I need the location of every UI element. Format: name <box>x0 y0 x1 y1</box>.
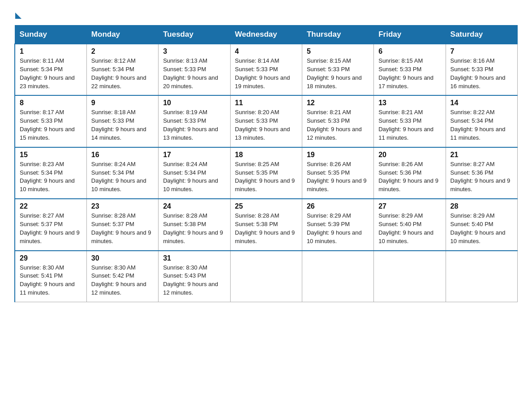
day-info: Sunrise: 8:29 AMSunset: 5:40 PMDaylight:… <box>378 212 433 244</box>
day-info: Sunrise: 8:28 AMSunset: 5:38 PMDaylight:… <box>235 212 295 244</box>
calendar-cell <box>302 251 373 302</box>
day-info: Sunrise: 8:13 AMSunset: 5:33 PMDaylight:… <box>163 57 218 90</box>
day-info: Sunrise: 8:24 AMSunset: 5:34 PMDaylight:… <box>163 161 218 193</box>
day-number: 11 <box>235 99 297 107</box>
day-info: Sunrise: 8:16 AMSunset: 5:33 PMDaylight:… <box>450 57 506 90</box>
col-header-thursday: Thursday <box>302 26 373 44</box>
day-number: 23 <box>91 202 154 210</box>
calendar-cell: 27Sunrise: 8:29 AMSunset: 5:40 PMDayligh… <box>374 199 446 250</box>
day-info: Sunrise: 8:27 AMSunset: 5:37 PMDaylight:… <box>20 212 80 244</box>
calendar-cell: 5Sunrise: 8:15 AMSunset: 5:33 PMDaylight… <box>302 44 373 95</box>
calendar-week-row: 29Sunrise: 8:30 AMSunset: 5:41 PMDayligh… <box>15 251 518 302</box>
day-number: 9 <box>91 99 154 107</box>
calendar-cell: 15Sunrise: 8:23 AMSunset: 5:34 PMDayligh… <box>15 147 86 199</box>
day-number: 10 <box>163 99 225 107</box>
calendar-cell <box>230 251 302 302</box>
day-info: Sunrise: 8:28 AMSunset: 5:38 PMDaylight:… <box>163 212 223 244</box>
calendar-cell: 10Sunrise: 8:19 AMSunset: 5:33 PMDayligh… <box>159 95 230 147</box>
col-header-friday: Friday <box>374 26 446 44</box>
day-number: 12 <box>307 99 369 107</box>
day-number: 18 <box>235 151 297 159</box>
calendar-cell: 1Sunrise: 8:11 AMSunset: 5:34 PMDaylight… <box>15 44 86 95</box>
calendar-cell: 19Sunrise: 8:26 AMSunset: 5:35 PMDayligh… <box>302 147 373 199</box>
day-number: 15 <box>20 151 82 159</box>
day-number: 17 <box>163 151 225 159</box>
calendar-cell: 14Sunrise: 8:22 AMSunset: 5:34 PMDayligh… <box>446 95 517 147</box>
col-header-sunday: Sunday <box>15 26 86 44</box>
day-info: Sunrise: 8:26 AMSunset: 5:36 PMDaylight:… <box>378 161 438 193</box>
day-number: 14 <box>450 99 513 107</box>
day-info: Sunrise: 8:25 AMSunset: 5:35 PMDaylight:… <box>235 161 295 193</box>
day-number: 4 <box>235 47 297 56</box>
col-header-tuesday: Tuesday <box>159 26 230 44</box>
calendar-week-row: 22Sunrise: 8:27 AMSunset: 5:37 PMDayligh… <box>15 199 518 250</box>
day-info: Sunrise: 8:22 AMSunset: 5:34 PMDaylight:… <box>450 109 506 141</box>
day-info: Sunrise: 8:30 AMSunset: 5:42 PMDaylight:… <box>91 264 146 296</box>
day-number: 27 <box>378 202 441 210</box>
calendar-cell: 28Sunrise: 8:29 AMSunset: 5:40 PMDayligh… <box>446 199 517 250</box>
calendar-header-row: SundayMondayTuesdayWednesdayThursdayFrid… <box>15 26 518 44</box>
day-number: 1 <box>20 47 82 56</box>
col-header-saturday: Saturday <box>446 26 517 44</box>
calendar-cell: 3Sunrise: 8:13 AMSunset: 5:33 PMDaylight… <box>159 44 230 95</box>
calendar-cell <box>446 251 517 302</box>
calendar-cell: 8Sunrise: 8:17 AMSunset: 5:33 PMDaylight… <box>15 95 86 147</box>
day-info: Sunrise: 8:24 AMSunset: 5:34 PMDaylight:… <box>91 161 146 193</box>
calendar-cell: 6Sunrise: 8:15 AMSunset: 5:33 PMDaylight… <box>374 44 446 95</box>
day-info: Sunrise: 8:30 AMSunset: 5:41 PMDaylight:… <box>20 264 75 296</box>
day-number: 20 <box>378 151 441 159</box>
day-info: Sunrise: 8:19 AMSunset: 5:33 PMDaylight:… <box>163 109 218 141</box>
calendar-cell: 22Sunrise: 8:27 AMSunset: 5:37 PMDayligh… <box>15 199 86 250</box>
calendar-cell: 9Sunrise: 8:18 AMSunset: 5:33 PMDaylight… <box>86 95 158 147</box>
day-info: Sunrise: 8:15 AMSunset: 5:33 PMDaylight:… <box>378 57 433 90</box>
day-info: Sunrise: 8:27 AMSunset: 5:36 PMDaylight:… <box>450 161 511 193</box>
col-header-monday: Monday <box>86 26 158 44</box>
day-number: 13 <box>378 99 441 107</box>
calendar-cell: 12Sunrise: 8:21 AMSunset: 5:33 PMDayligh… <box>302 95 373 147</box>
day-number: 21 <box>450 151 513 159</box>
calendar-cell: 24Sunrise: 8:28 AMSunset: 5:38 PMDayligh… <box>159 199 230 250</box>
calendar-cell: 23Sunrise: 8:28 AMSunset: 5:37 PMDayligh… <box>86 199 158 250</box>
day-info: Sunrise: 8:23 AMSunset: 5:34 PMDaylight:… <box>20 161 75 193</box>
calendar-cell <box>374 251 446 302</box>
calendar-cell: 18Sunrise: 8:25 AMSunset: 5:35 PMDayligh… <box>230 147 302 199</box>
day-info: Sunrise: 8:28 AMSunset: 5:37 PMDaylight:… <box>91 212 151 244</box>
day-number: 7 <box>450 47 513 56</box>
page-header <box>14 11 518 17</box>
day-info: Sunrise: 8:26 AMSunset: 5:35 PMDaylight:… <box>307 161 367 193</box>
calendar-cell: 30Sunrise: 8:30 AMSunset: 5:42 PMDayligh… <box>86 251 158 302</box>
day-number: 16 <box>91 151 154 159</box>
calendar-cell: 2Sunrise: 8:12 AMSunset: 5:34 PMDaylight… <box>86 44 158 95</box>
calendar-week-row: 15Sunrise: 8:23 AMSunset: 5:34 PMDayligh… <box>15 147 518 199</box>
day-number: 24 <box>163 202 225 210</box>
day-number: 6 <box>378 47 441 56</box>
day-number: 26 <box>307 202 369 210</box>
calendar-cell: 31Sunrise: 8:30 AMSunset: 5:43 PMDayligh… <box>159 251 230 302</box>
day-number: 31 <box>163 254 225 262</box>
calendar-table: SundayMondayTuesdayWednesdayThursdayFrid… <box>14 25 518 302</box>
day-info: Sunrise: 8:15 AMSunset: 5:33 PMDaylight:… <box>307 57 362 90</box>
calendar-cell: 20Sunrise: 8:26 AMSunset: 5:36 PMDayligh… <box>374 147 446 199</box>
day-info: Sunrise: 8:11 AMSunset: 5:34 PMDaylight:… <box>20 57 75 90</box>
calendar-cell: 13Sunrise: 8:21 AMSunset: 5:33 PMDayligh… <box>374 95 446 147</box>
col-header-wednesday: Wednesday <box>230 26 302 44</box>
calendar-cell: 16Sunrise: 8:24 AMSunset: 5:34 PMDayligh… <box>86 147 158 199</box>
day-info: Sunrise: 8:20 AMSunset: 5:33 PMDaylight:… <box>235 109 290 141</box>
day-number: 8 <box>20 99 82 107</box>
day-info: Sunrise: 8:21 AMSunset: 5:33 PMDaylight:… <box>378 109 433 141</box>
calendar-cell: 29Sunrise: 8:30 AMSunset: 5:41 PMDayligh… <box>15 251 86 302</box>
calendar-week-row: 8Sunrise: 8:17 AMSunset: 5:33 PMDaylight… <box>15 95 518 147</box>
day-info: Sunrise: 8:18 AMSunset: 5:33 PMDaylight:… <box>91 109 146 141</box>
day-number: 2 <box>91 47 154 56</box>
logo-triangle-icon <box>15 13 21 19</box>
day-number: 22 <box>20 202 82 210</box>
calendar-cell: 7Sunrise: 8:16 AMSunset: 5:33 PMDaylight… <box>446 44 517 95</box>
calendar-cell: 11Sunrise: 8:20 AMSunset: 5:33 PMDayligh… <box>230 95 302 147</box>
day-number: 19 <box>307 151 369 159</box>
day-info: Sunrise: 8:29 AMSunset: 5:40 PMDaylight:… <box>450 212 506 244</box>
day-info: Sunrise: 8:12 AMSunset: 5:34 PMDaylight:… <box>91 57 146 90</box>
calendar-week-row: 1Sunrise: 8:11 AMSunset: 5:34 PMDaylight… <box>15 44 518 95</box>
calendar-cell: 4Sunrise: 8:14 AMSunset: 5:33 PMDaylight… <box>230 44 302 95</box>
day-number: 5 <box>307 47 369 56</box>
day-info: Sunrise: 8:30 AMSunset: 5:43 PMDaylight:… <box>163 264 218 296</box>
